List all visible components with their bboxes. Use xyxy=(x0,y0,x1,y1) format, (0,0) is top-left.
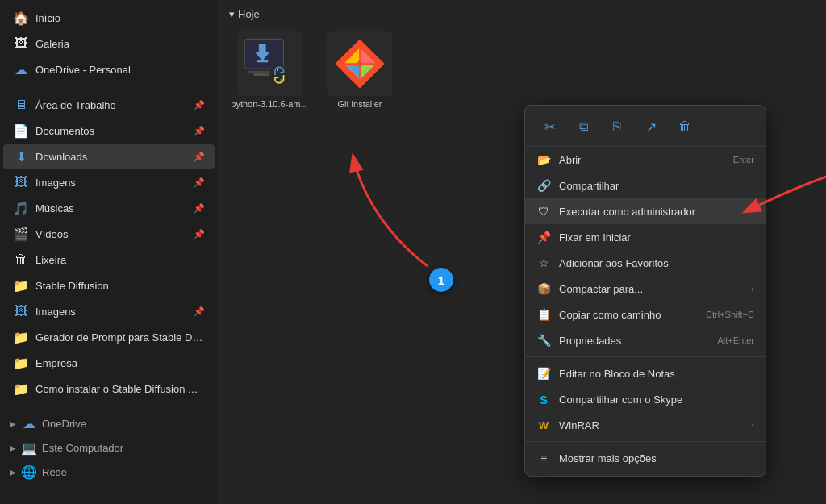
file-grid: python-3.10.6-am... xyxy=(229,27,815,114)
music-icon: 🎵 xyxy=(13,200,29,216)
file-item-git[interactable]: Git installer xyxy=(319,27,400,114)
sidebar-item-downloads[interactable]: ⬇ Downloads 📌 xyxy=(3,144,215,169)
sidebar-item-onedrive-personal[interactable]: ☁ OneDrive - Personal xyxy=(3,57,215,81)
sidebar-item-documentos[interactable]: 📄 Documentos 📌 xyxy=(3,119,215,143)
documents-icon: 📄 xyxy=(13,123,29,139)
ctx-paste-button[interactable]: ⎘ xyxy=(604,114,630,140)
sidebar-item-galeria[interactable]: 🖼 Galeria xyxy=(3,31,215,56)
separator-2 xyxy=(525,441,766,442)
ctx-more-options-item[interactable]: ≡ Mostrar mais opções xyxy=(525,445,766,471)
folder-empresa-icon: 📁 xyxy=(13,355,29,371)
sidebar-label-como-instalar: Como instalar o Stable Diffusion AUTOMAT… xyxy=(35,383,205,395)
sidebar-item-gerador-prompt[interactable]: 📁 Gerador de Prompt para Stable Diffusio… xyxy=(3,325,215,349)
ctx-open-item[interactable]: 📂 Abrir Enter xyxy=(525,147,766,173)
svg-point-16 xyxy=(357,61,363,67)
folder-instalar-icon: 📁 xyxy=(13,381,29,397)
compress-icon: 📦 xyxy=(536,281,551,296)
svg-point-5 xyxy=(269,65,290,85)
sidebar-label-network: Rede xyxy=(42,466,208,478)
images2-icon: 🖼 xyxy=(13,303,29,319)
section-chevron: ▾ xyxy=(229,8,235,20)
sidebar-label-onedrive-personal: OneDrive - Personal xyxy=(35,64,205,76)
section-title: Hoje xyxy=(238,8,260,20)
pin-icon-6: 📌 xyxy=(194,229,205,240)
ctx-compress-label: Compactar para... xyxy=(559,283,743,295)
ctx-share-label: Compartilhar xyxy=(559,180,754,192)
properties-icon: 🔧 xyxy=(536,333,551,348)
sidebar-label-onedrive-expand: OneDrive xyxy=(42,418,208,430)
ctx-pin-start-item[interactable]: 📌 Fixar em Iniciar xyxy=(525,224,766,250)
sidebar-label-computer: Este Computador xyxy=(42,442,208,454)
context-menu: ✂ ⧉ ⎘ ↗ 🗑 📂 Abrir Enter 🔗 Compartilhar 🛡… xyxy=(524,105,766,477)
ctx-share-item[interactable]: 🔗 Compartilhar xyxy=(525,173,766,198)
sidebar-item-stable-diffusion[interactable]: 📁 Stable Diffusion xyxy=(3,273,215,298)
ctx-skype-item[interactable]: S Compartilhar com o Skype xyxy=(525,386,766,412)
sidebar-expand-computer[interactable]: ▶ 💻 Este Computador xyxy=(0,435,218,460)
sidebar-item-imagens[interactable]: 🖼 Imagens 📌 xyxy=(3,170,215,194)
pin-icon-3: 📌 xyxy=(194,152,205,162)
ctx-more-options-label: Mostrar mais opções xyxy=(559,452,754,464)
ctx-delete-button[interactable]: 🗑 xyxy=(672,114,698,140)
annotation-1: 1 xyxy=(429,268,453,292)
sidebar-label-imagens2: Imagens xyxy=(35,306,187,318)
folder-sd-icon: 📁 xyxy=(13,277,29,294)
ctx-pin-start-label: Fixar em Iniciar xyxy=(559,231,754,244)
ctx-properties-shortcut: Alt+Enter xyxy=(717,335,754,345)
ctx-run-admin-item[interactable]: 🛡 Executar como administrador xyxy=(525,198,766,224)
ctx-copy-button[interactable]: ⧉ xyxy=(570,114,596,140)
onedrive-expand-icon: ☁ xyxy=(21,415,37,431)
python-file-label: python-3.10.6-am... xyxy=(231,99,307,109)
sidebar-label-videos: Vídeos xyxy=(35,228,187,240)
sidebar-label-gerador-prompt: Gerador de Prompt para Stable Diffusion … xyxy=(35,331,205,344)
ctx-cut-button[interactable]: ✂ xyxy=(536,114,562,140)
ctx-share-button[interactable]: ↗ xyxy=(638,114,664,140)
ctx-copy-path-label: Copiar como caminho xyxy=(559,309,698,321)
sidebar-item-lixeira[interactable]: 🗑 Lixeira xyxy=(3,248,215,272)
notepad-icon: 📝 xyxy=(536,366,551,381)
ctx-winrar-item[interactable]: W WinRAR › xyxy=(525,412,766,438)
shield-icon: 🛡 xyxy=(536,204,551,219)
sidebar-item-empresa[interactable]: 📁 Empresa xyxy=(3,351,215,375)
winrar-arrow-icon: › xyxy=(751,420,754,430)
sidebar-item-como-instalar[interactable]: 📁 Como instalar o Stable Diffusion AUTOM… xyxy=(3,377,215,401)
ctx-open-shortcut: Enter xyxy=(733,155,754,165)
sidebar-item-imagens2[interactable]: 🖼 Imagens 📌 xyxy=(3,299,215,323)
ctx-skype-label: Compartilhar com o Skype xyxy=(559,394,754,406)
downloads-icon: ⬇ xyxy=(13,148,29,165)
sidebar-label-downloads: Downloads xyxy=(35,151,187,163)
ctx-notepad-label: Editar no Bloco de Notas xyxy=(559,368,754,380)
svg-point-6 xyxy=(277,69,278,71)
pin-start-icon: 📌 xyxy=(536,230,551,244)
sidebar-label-desktop: Área de Trabalho xyxy=(35,99,187,111)
python-file-svg xyxy=(241,35,298,92)
sidebar-label-documentos: Documentos xyxy=(35,125,187,137)
chevron-icon: ▶ xyxy=(10,419,16,428)
pin-icon: 📌 xyxy=(194,100,205,110)
star-icon: ☆ xyxy=(536,256,551,270)
sidebar-expand-network[interactable]: ▶ 🌐 Rede xyxy=(0,460,218,484)
share-icon: 🔗 xyxy=(536,178,551,193)
ctx-compress-item[interactable]: 📦 Compactar para... › xyxy=(525,276,766,302)
chevron-icon-2: ▶ xyxy=(10,444,16,452)
ctx-copy-path-item[interactable]: 📋 Copiar como caminho Ctrl+Shift+C xyxy=(525,302,766,327)
sidebar-item-videos[interactable]: 🎬 Vídeos 📌 xyxy=(3,222,215,246)
sidebar-expand-onedrive[interactable]: ▶ ☁ OneDrive xyxy=(0,411,218,435)
sidebar-item-musicas[interactable]: 🎵 Músicas 📌 xyxy=(3,196,215,220)
pin-icon-4: 📌 xyxy=(194,177,205,188)
svg-rect-4 xyxy=(257,60,268,63)
git-icon-box xyxy=(327,31,392,96)
trash-icon: 🗑 xyxy=(13,252,29,268)
ctx-properties-item[interactable]: 🔧 Propriedades Alt+Enter xyxy=(525,327,766,353)
sidebar-item-inicio[interactable]: 🏠 Início xyxy=(3,6,215,30)
svg-point-7 xyxy=(280,79,282,81)
sidebar: 🏠 Início 🖼 Galeria ☁ OneDrive - Personal… xyxy=(0,0,218,504)
sidebar-item-desktop[interactable]: 🖥 Área de Trabalho 📌 xyxy=(3,93,215,117)
ctx-favorites-item[interactable]: ☆ Adicionar aos Favoritos xyxy=(525,250,766,276)
context-toolbar: ✂ ⧉ ⎘ ↗ 🗑 xyxy=(525,110,766,147)
cloud-icon: ☁ xyxy=(13,61,29,77)
ctx-notepad-item[interactable]: 📝 Editar no Bloco de Notas xyxy=(525,360,766,386)
file-item-python[interactable]: python-3.10.6-am... xyxy=(229,27,310,114)
divider-1 xyxy=(0,82,218,92)
skype-icon: S xyxy=(536,392,551,406)
more-options-icon: ≡ xyxy=(536,451,551,465)
